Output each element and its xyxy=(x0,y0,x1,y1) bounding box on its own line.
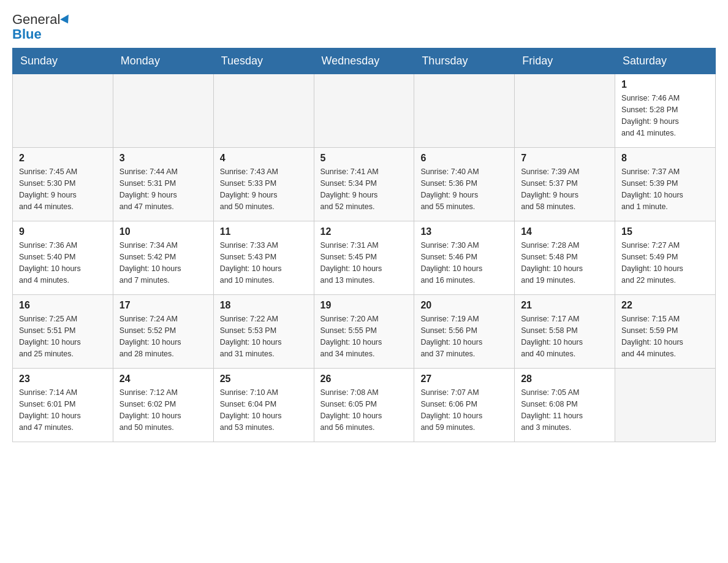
day-number: 14 xyxy=(521,226,609,237)
day-info: Sunrise: 7:05 AMSunset: 6:08 PMDaylight:… xyxy=(521,387,609,433)
day-of-week-header: Monday xyxy=(113,48,213,74)
day-info: Sunrise: 7:30 AMSunset: 5:46 PMDaylight:… xyxy=(420,240,508,286)
calendar-day-cell: 11Sunrise: 7:33 AMSunset: 5:43 PMDayligh… xyxy=(213,221,314,295)
calendar-day-cell: 3Sunrise: 7:44 AMSunset: 5:31 PMDaylight… xyxy=(113,148,213,221)
day-info: Sunrise: 7:34 AMSunset: 5:42 PMDaylight:… xyxy=(119,240,207,286)
calendar-day-cell: 17Sunrise: 7:24 AMSunset: 5:52 PMDayligh… xyxy=(113,295,213,369)
day-number: 27 xyxy=(420,373,508,385)
day-number: 18 xyxy=(220,300,308,311)
day-number: 5 xyxy=(320,153,408,164)
calendar-day-cell xyxy=(314,74,414,148)
day-info: Sunrise: 7:41 AMSunset: 5:34 PMDaylight:… xyxy=(320,166,408,212)
logo-text: General Blue xyxy=(12,12,71,42)
calendar-day-cell: 8Sunrise: 7:37 AMSunset: 5:39 PMDaylight… xyxy=(615,148,716,221)
calendar-day-cell: 5Sunrise: 7:41 AMSunset: 5:34 PMDaylight… xyxy=(314,148,414,221)
day-info: Sunrise: 7:07 AMSunset: 6:06 PMDaylight:… xyxy=(420,387,508,433)
day-info: Sunrise: 7:25 AMSunset: 5:51 PMDaylight:… xyxy=(19,313,107,359)
day-info: Sunrise: 7:08 AMSunset: 6:05 PMDaylight:… xyxy=(320,387,408,433)
calendar-day-cell: 16Sunrise: 7:25 AMSunset: 5:51 PMDayligh… xyxy=(13,295,113,369)
calendar-week-row: 1Sunrise: 7:46 AMSunset: 5:28 PMDaylight… xyxy=(13,74,716,148)
calendar-day-cell: 14Sunrise: 7:28 AMSunset: 5:48 PMDayligh… xyxy=(515,221,615,295)
day-of-week-header: Thursday xyxy=(414,48,515,74)
calendar-day-cell: 9Sunrise: 7:36 AMSunset: 5:40 PMDaylight… xyxy=(13,221,113,295)
day-number: 1 xyxy=(621,79,709,90)
day-number: 23 xyxy=(19,373,107,385)
calendar-day-cell xyxy=(615,369,716,442)
day-number: 16 xyxy=(19,300,107,311)
calendar-day-cell: 10Sunrise: 7:34 AMSunset: 5:42 PMDayligh… xyxy=(113,221,213,295)
calendar-day-cell: 18Sunrise: 7:22 AMSunset: 5:53 PMDayligh… xyxy=(213,295,314,369)
calendar-day-cell: 23Sunrise: 7:14 AMSunset: 6:01 PMDayligh… xyxy=(13,369,113,442)
day-of-week-header: Tuesday xyxy=(213,48,314,74)
logo-arrow-icon xyxy=(60,15,72,26)
calendar-day-cell: 25Sunrise: 7:10 AMSunset: 6:04 PMDayligh… xyxy=(213,369,314,442)
logo: General Blue xyxy=(12,12,71,42)
day-info: Sunrise: 7:20 AMSunset: 5:55 PMDaylight:… xyxy=(320,313,408,359)
day-number: 19 xyxy=(320,300,408,311)
page-header: General Blue xyxy=(12,12,716,42)
calendar-day-cell xyxy=(113,74,213,148)
calendar-day-cell: 26Sunrise: 7:08 AMSunset: 6:05 PMDayligh… xyxy=(314,369,414,442)
day-info: Sunrise: 7:36 AMSunset: 5:40 PMDaylight:… xyxy=(19,240,107,286)
calendar-day-cell: 1Sunrise: 7:46 AMSunset: 5:28 PMDaylight… xyxy=(615,74,716,148)
day-number: 20 xyxy=(420,300,508,311)
calendar-day-cell: 20Sunrise: 7:19 AMSunset: 5:56 PMDayligh… xyxy=(414,295,515,369)
day-info: Sunrise: 7:15 AMSunset: 5:59 PMDaylight:… xyxy=(621,313,709,359)
calendar-day-cell xyxy=(213,74,314,148)
calendar-week-row: 16Sunrise: 7:25 AMSunset: 5:51 PMDayligh… xyxy=(13,295,716,369)
day-info: Sunrise: 7:45 AMSunset: 5:30 PMDaylight:… xyxy=(19,166,107,212)
calendar-day-cell: 15Sunrise: 7:27 AMSunset: 5:49 PMDayligh… xyxy=(615,221,716,295)
calendar: SundayMondayTuesdayWednesdayThursdayFrid… xyxy=(12,48,716,442)
day-of-week-header: Friday xyxy=(515,48,615,74)
day-info: Sunrise: 7:17 AMSunset: 5:58 PMDaylight:… xyxy=(521,313,609,359)
day-info: Sunrise: 7:43 AMSunset: 5:33 PMDaylight:… xyxy=(220,166,308,212)
logo-blue: Blue xyxy=(12,26,42,42)
day-info: Sunrise: 7:33 AMSunset: 5:43 PMDaylight:… xyxy=(220,240,308,286)
calendar-day-cell: 22Sunrise: 7:15 AMSunset: 5:59 PMDayligh… xyxy=(615,295,716,369)
day-number: 2 xyxy=(19,153,107,164)
day-number: 7 xyxy=(521,153,609,164)
day-number: 11 xyxy=(220,226,308,237)
day-of-week-header: Wednesday xyxy=(314,48,414,74)
calendar-day-cell: 2Sunrise: 7:45 AMSunset: 5:30 PMDaylight… xyxy=(13,148,113,221)
day-number: 22 xyxy=(621,300,709,311)
calendar-day-cell: 24Sunrise: 7:12 AMSunset: 6:02 PMDayligh… xyxy=(113,369,213,442)
calendar-day-cell xyxy=(13,74,113,148)
calendar-day-cell: 7Sunrise: 7:39 AMSunset: 5:37 PMDaylight… xyxy=(515,148,615,221)
calendar-header-row: SundayMondayTuesdayWednesdayThursdayFrid… xyxy=(13,48,716,74)
logo-general: General xyxy=(12,12,60,27)
day-info: Sunrise: 7:37 AMSunset: 5:39 PMDaylight:… xyxy=(621,166,709,212)
day-number: 4 xyxy=(220,153,308,164)
calendar-day-cell: 27Sunrise: 7:07 AMSunset: 6:06 PMDayligh… xyxy=(414,369,515,442)
day-info: Sunrise: 7:46 AMSunset: 5:28 PMDaylight:… xyxy=(621,93,709,139)
day-number: 9 xyxy=(19,226,107,237)
day-number: 8 xyxy=(621,153,709,164)
day-number: 26 xyxy=(320,373,408,385)
day-of-week-header: Sunday xyxy=(13,48,113,74)
calendar-day-cell: 6Sunrise: 7:40 AMSunset: 5:36 PMDaylight… xyxy=(414,148,515,221)
day-number: 13 xyxy=(420,226,508,237)
calendar-day-cell xyxy=(414,74,515,148)
day-info: Sunrise: 7:39 AMSunset: 5:37 PMDaylight:… xyxy=(521,166,609,212)
day-info: Sunrise: 7:44 AMSunset: 5:31 PMDaylight:… xyxy=(119,166,207,212)
day-number: 17 xyxy=(119,300,207,311)
calendar-day-cell: 4Sunrise: 7:43 AMSunset: 5:33 PMDaylight… xyxy=(213,148,314,221)
day-number: 15 xyxy=(621,226,709,237)
day-number: 12 xyxy=(320,226,408,237)
day-info: Sunrise: 7:19 AMSunset: 5:56 PMDaylight:… xyxy=(420,313,508,359)
calendar-day-cell: 12Sunrise: 7:31 AMSunset: 5:45 PMDayligh… xyxy=(314,221,414,295)
day-number: 28 xyxy=(521,373,609,385)
calendar-day-cell: 21Sunrise: 7:17 AMSunset: 5:58 PMDayligh… xyxy=(515,295,615,369)
day-info: Sunrise: 7:40 AMSunset: 5:36 PMDaylight:… xyxy=(420,166,508,212)
day-info: Sunrise: 7:12 AMSunset: 6:02 PMDaylight:… xyxy=(119,387,207,433)
calendar-day-cell: 28Sunrise: 7:05 AMSunset: 6:08 PMDayligh… xyxy=(515,369,615,442)
day-number: 25 xyxy=(220,373,308,385)
day-number: 6 xyxy=(420,153,508,164)
day-info: Sunrise: 7:27 AMSunset: 5:49 PMDaylight:… xyxy=(621,240,709,286)
calendar-week-row: 9Sunrise: 7:36 AMSunset: 5:40 PMDaylight… xyxy=(13,221,716,295)
day-number: 24 xyxy=(119,373,207,385)
day-info: Sunrise: 7:31 AMSunset: 5:45 PMDaylight:… xyxy=(320,240,408,286)
day-info: Sunrise: 7:22 AMSunset: 5:53 PMDaylight:… xyxy=(220,313,308,359)
day-number: 3 xyxy=(119,153,207,164)
calendar-day-cell: 19Sunrise: 7:20 AMSunset: 5:55 PMDayligh… xyxy=(314,295,414,369)
